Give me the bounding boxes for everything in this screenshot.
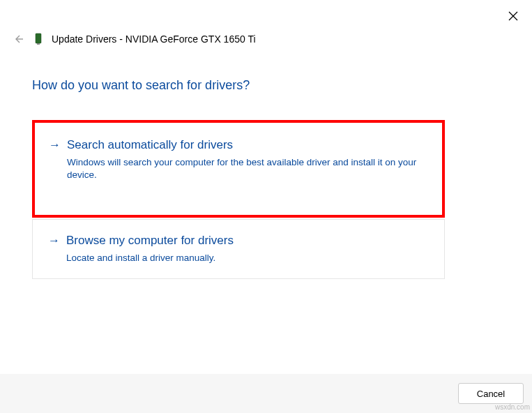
close-button[interactable] xyxy=(507,10,519,22)
svg-rect-4 xyxy=(37,43,40,45)
option-title: Search automatically for drivers xyxy=(67,137,428,153)
option-title: Browse my computer for drivers xyxy=(66,232,234,249)
window-title: Update Drivers - NVIDIA GeForce GTX 1650… xyxy=(52,33,256,45)
arrow-right-icon: → xyxy=(48,232,59,264)
option-description: Windows will search your computer for th… xyxy=(67,156,428,181)
header: Update Drivers - NVIDIA GeForce GTX 1650… xyxy=(13,33,256,45)
back-button[interactable] xyxy=(13,33,25,45)
back-arrow-icon xyxy=(13,33,24,45)
close-icon xyxy=(508,11,518,21)
arrow-right-icon: → xyxy=(49,137,60,181)
page-heading: How do you want to search for drivers? xyxy=(32,78,250,93)
watermark: wsxdn.com xyxy=(495,403,530,411)
option-search-automatically[interactable]: → Search automatically for drivers Windo… xyxy=(32,120,445,218)
option-description: Locate and install a driver manually. xyxy=(66,252,234,264)
option-text: Browse my computer for drivers Locate an… xyxy=(66,232,234,264)
footer: Cancel xyxy=(0,374,532,413)
option-text: Search automatically for drivers Windows… xyxy=(67,137,428,181)
svg-rect-3 xyxy=(36,33,41,43)
cancel-button[interactable]: Cancel xyxy=(458,383,524,404)
option-browse-computer[interactable]: → Browse my computer for drivers Locate … xyxy=(32,219,445,279)
device-icon xyxy=(33,33,43,45)
